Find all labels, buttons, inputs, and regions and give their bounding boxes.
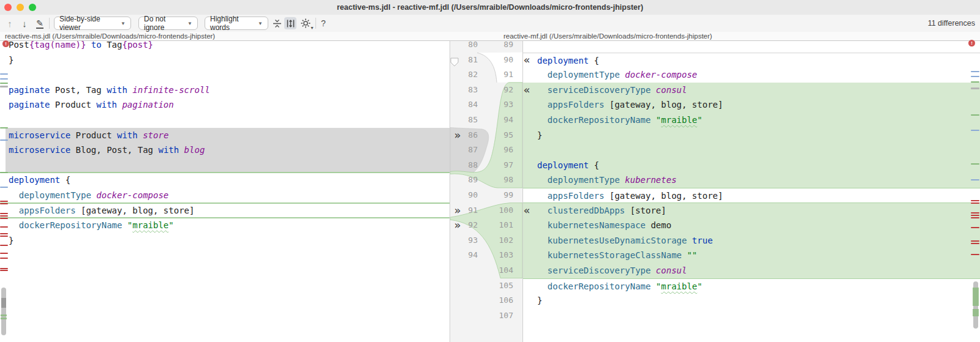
left-stripe-blue-mark[interactable] (0, 139, 8, 141)
left-stripe-blue-mark[interactable] (0, 187, 8, 188)
apply-change-chevron-left-91[interactable]: » (451, 204, 464, 217)
line-number-87: 87 (450, 143, 478, 158)
viewer-mode-dropdown[interactable]: Side-by-side viewer ▼ (54, 17, 131, 30)
collapse-unchanged-icon (273, 19, 282, 28)
left-stripe-red-mark[interactable] (0, 233, 8, 234)
left-stripe-green-mark[interactable] (0, 83, 8, 84)
right-editor-pane[interactable]: deployment { deploymentType docker-compo… (522, 41, 980, 342)
chevron-down-icon: ▼ (187, 21, 192, 26)
apply-change-chevron-right-92[interactable]: « (520, 84, 533, 96)
right-stripe-gray-mark[interactable] (971, 87, 979, 89)
left-stripe-red-mark[interactable] (0, 218, 8, 219)
left-stripe-green-mark[interactable] (0, 172, 8, 173)
line-number-102: 102 (487, 233, 513, 248)
left-error-badge-icon[interactable]: ! (2, 40, 9, 47)
left-stripe-gray-mark[interactable] (0, 86, 8, 87)
diff-gutter: 808182838485868788899091929394 899091929… (450, 41, 522, 342)
right-error-badge-icon[interactable]: ! (968, 40, 975, 46)
right-stripe-red-mark[interactable] (971, 243, 979, 244)
line-number-93: 93 (487, 97, 513, 113)
insertion-anchor-line (0, 217, 450, 218)
right-stripe-red-mark[interactable] (971, 217, 979, 218)
right-stripe-red-mark[interactable] (971, 212, 979, 214)
viewer-mode-value: Side-by-side viewer (59, 15, 116, 32)
left-stripe-red-mark[interactable] (0, 268, 8, 269)
left-stripe-red-mark[interactable] (0, 245, 8, 246)
right-stripe-red-mark[interactable] (971, 227, 979, 228)
line-number-90: 90 (487, 53, 513, 68)
synchronize-scrolling-toggle[interactable] (284, 17, 296, 29)
left-stripe-green-mark[interactable] (0, 127, 8, 128)
code-line-104: serviceDiscoveryType consul (523, 263, 980, 278)
left-stripe-red-mark[interactable] (0, 201, 8, 202)
left-stripe-red-mark[interactable] (0, 203, 8, 204)
settings-button[interactable]: ▼ (300, 17, 312, 29)
left-stripe-blue-mark[interactable] (0, 73, 8, 75)
left-scrollbar-thumb[interactable] (1, 288, 6, 335)
line-number-94: 94 (487, 113, 513, 128)
apply-change-chevron-right-90[interactable]: « (520, 54, 533, 66)
code-line-80: Post{tag(name)} to Tag{post} (0, 41, 450, 53)
right-stripe-red-mark[interactable] (971, 215, 979, 216)
right-stripe-red-mark[interactable] (971, 200, 979, 201)
code-line-92: serviceDiscoveryType consul (523, 83, 980, 98)
line-number-84: 84 (450, 97, 478, 113)
line-number-81: 81 (450, 53, 478, 68)
code-line-91: appsFolders [gateway, blog, store] (0, 203, 450, 218)
file-headers-row: reactive-ms.jdl (/Users/mraible/Download… (0, 32, 980, 41)
left-stripe-red-mark[interactable] (0, 226, 8, 228)
line-number-101: 101 (487, 218, 513, 233)
line-number-107: 107 (487, 308, 513, 324)
right-stripe-blue-mark[interactable] (971, 71, 979, 72)
code-line-103: kubernetesStorageClassName "" (523, 248, 980, 263)
code-line-105: dockerRepositoryName "mraible" (523, 278, 980, 294)
left-stripe-red-mark[interactable] (0, 253, 8, 254)
left-stripe-red-mark[interactable] (0, 213, 8, 214)
left-stripe-blue-mark[interactable] (0, 78, 8, 80)
next-change-button[interactable]: ↓ (18, 15, 31, 32)
right-scrollbar-change-mark (973, 309, 979, 316)
right-stripe-green-mark[interactable] (971, 163, 979, 165)
chevron-down-icon: ▼ (258, 21, 263, 26)
highlight-mode-dropdown[interactable]: Highlight words ▼ (205, 17, 268, 30)
line-number-94: 94 (450, 248, 478, 263)
right-stripe-red-mark[interactable] (971, 254, 979, 255)
line-number-103: 103 (487, 248, 513, 263)
right-stripe-red-mark[interactable] (971, 203, 979, 204)
left-stripe-red-mark[interactable] (0, 215, 8, 217)
right-stripe-green-mark[interactable] (971, 81, 979, 83)
code-line-88 (6, 158, 450, 173)
edit-file-button[interactable]: ✎ (33, 15, 47, 32)
window-title-bar: reactive-ms.jdl - reactive-mf.jdl (/User… (0, 0, 980, 15)
line-number-97: 97 (487, 158, 513, 173)
right-stripe-red-mark[interactable] (971, 240, 979, 242)
right-stripe-blue-mark[interactable] (971, 130, 979, 131)
left-editor-pane[interactable]: Post{tag(name)} to Tag{post}}paginate Po… (0, 41, 450, 342)
left-stripe-red-mark[interactable] (0, 270, 8, 271)
previous-change-button[interactable]: ↑ (4, 15, 16, 32)
code-line-89: deployment { (0, 173, 450, 188)
apply-change-chevron-left-92[interactable]: » (451, 219, 464, 231)
pencil-icon: ✎ (36, 18, 43, 28)
code-line-98: deploymentType kubernetes (523, 173, 980, 188)
code-line-86: microservice Product with store (6, 128, 450, 143)
chevron-down-icon: ▼ (121, 21, 126, 26)
apply-change-chevron-right-100[interactable]: « (520, 204, 533, 217)
right-stripe-green-mark[interactable] (971, 114, 979, 116)
code-line-97: deployment { (523, 158, 980, 173)
whitespace-policy-dropdown[interactable]: Do not ignore ▼ (138, 17, 198, 30)
right-file-path: reactive-mf.jdl (/Users/mraible/Download… (503, 32, 712, 40)
window-title: reactive-ms.jdl - reactive-mf.jdl (/User… (0, 3, 980, 12)
code-line-95: } (523, 128, 980, 143)
left-stripe-red-mark[interactable] (0, 258, 8, 259)
apply-change-chevron-left-86[interactable]: » (451, 129, 464, 141)
line-number-99: 99 (487, 188, 513, 203)
collapse-unchanged-fragments-button[interactable] (271, 17, 283, 29)
whitespace-policy-value: Do not ignore (144, 15, 183, 32)
right-stripe-blue-mark[interactable] (971, 76, 979, 77)
left-stripe-red-mark[interactable] (0, 236, 8, 237)
line-number-104: 104 (487, 263, 513, 278)
right-stripe-blue-mark[interactable] (971, 179, 979, 180)
help-button[interactable]: ? (318, 15, 329, 32)
toolbar-separator (49, 18, 50, 29)
